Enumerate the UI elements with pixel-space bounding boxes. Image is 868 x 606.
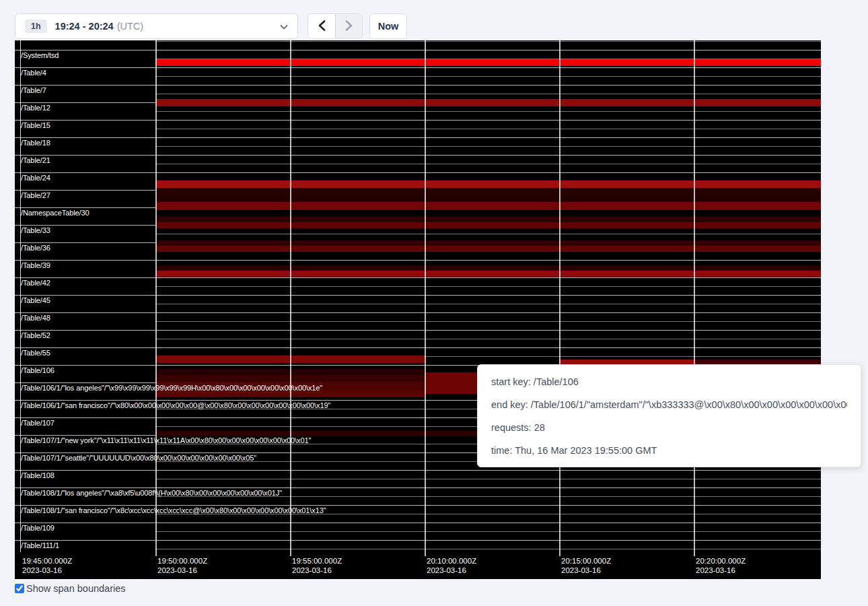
now-button[interactable]: Now (369, 13, 407, 39)
key-span-label: /NamespaceTable/30 (21, 209, 89, 217)
previous-interval-button[interactable] (308, 14, 335, 38)
span-boundary-line (15, 277, 821, 278)
key-span-label: /Table/108/1/"los angeles"/"\xa8\xf5\u00… (21, 489, 282, 497)
time-axis-tick: 20:10:00.000Z2023-03-16 (427, 556, 476, 575)
span-boundary-line (155, 164, 821, 164)
span-boundary-line (155, 304, 821, 304)
time-axis-tick: 19:45:00.000Z2023-03-16 (22, 556, 72, 575)
heat-band[interactable] (155, 222, 821, 228)
key-span-label: /Table/12 (21, 104, 50, 112)
show-span-boundaries-label: Show span boundaries (26, 583, 126, 594)
time-range-selector[interactable]: 1h 19:24 - 20:24 (UTC) (15, 13, 298, 39)
key-span-label: /Table/24 (21, 174, 50, 182)
time-gridline (155, 40, 157, 556)
heat-band[interactable] (155, 59, 821, 66)
heat-band[interactable] (155, 99, 821, 106)
span-boundary-line (155, 129, 821, 129)
time-gridline (694, 40, 695, 556)
key-span-label: /Table/106/1/"san francisco"/"\x80\x00\x… (21, 401, 330, 409)
span-boundary-line (155, 41, 821, 42)
key-span-label: /Table/4 (21, 69, 46, 77)
span-boundary-line (155, 76, 821, 77)
key-span-label: /Table/36 (21, 244, 50, 252)
span-boundary-line (15, 523, 821, 523)
show-span-boundaries-checkbox[interactable] (15, 584, 24, 593)
chevron-down-icon (280, 20, 288, 32)
key-span-label: /Table/39 (21, 261, 50, 269)
heat-band[interactable] (155, 240, 821, 246)
time-nav-group (308, 13, 363, 39)
span-boundary-line (15, 505, 821, 506)
next-interval-button[interactable] (335, 14, 362, 38)
span-boundary-line (155, 94, 821, 94)
key-visualizer-heatmap[interactable]: /System/tsd/Table/4/Table/7/Table/12/Tab… (15, 40, 821, 579)
toolbar: 1h 19:24 - 20:24 (UTC) Now (15, 13, 407, 39)
span-boundary-line (15, 312, 821, 313)
heat-band[interactable] (155, 271, 821, 277)
span-tooltip: start key: /Table/106 end key: /Table/10… (477, 364, 861, 467)
heat-band[interactable] (155, 246, 821, 252)
heat-band[interactable] (155, 195, 821, 202)
key-span-label: /Table/52 (21, 331, 50, 339)
span-boundary-line (155, 479, 821, 479)
time-gridline (425, 40, 426, 556)
time-gridline (559, 40, 560, 556)
heat-band[interactable] (155, 216, 821, 222)
key-span-label: /Table/45 (21, 296, 50, 304)
tooltip-requests: requests: 28 (491, 416, 847, 439)
heat-band[interactable] (155, 265, 821, 271)
span-boundary-line (15, 330, 821, 331)
heat-band[interactable] (155, 202, 821, 210)
span-boundary-line (15, 137, 821, 138)
span-boundary-line (155, 146, 821, 147)
span-boundary-line (155, 531, 821, 532)
span-boundary-line (155, 549, 821, 549)
chevron-left-icon (318, 20, 326, 33)
key-span-label: /Table/109 (21, 524, 55, 532)
span-boundary-line (155, 234, 821, 234)
key-span-label: /Table/15 (21, 121, 50, 129)
key-span-label: /Table/107/1/"seattle"/"UUUUUUD\x00\x80\… (21, 454, 256, 462)
key-span-label: /Table/18 (21, 139, 50, 147)
key-span-label: /Table/55 (21, 349, 50, 357)
key-span-label: /Table/108 (21, 471, 55, 479)
key-span-label: /Table/106/1/"los angeles"/"\x99\x99\x99… (21, 384, 322, 392)
span-boundary-line (15, 67, 821, 68)
span-boundary-line (155, 111, 821, 112)
span-boundary-line (15, 85, 821, 86)
span-boundary-line (15, 120, 821, 121)
span-boundary-line (15, 172, 821, 173)
key-span-label: /Table/107 (21, 419, 55, 427)
time-range-label: 19:24 - 20:24 (55, 21, 114, 32)
key-span-label: /System/tsd (21, 51, 59, 59)
time-axis-tick: 20:15:00.000Z2023-03-16 (561, 556, 611, 575)
tooltip-time: time: Thu, 16 Mar 2023 19:55:00 GMT (491, 439, 847, 462)
key-span-label: /Table/33 (21, 226, 50, 234)
span-boundary-line (155, 286, 821, 287)
span-boundary-line (15, 347, 821, 348)
span-boundary-line (15, 540, 821, 541)
time-range-timezone: (UTC) (117, 21, 143, 32)
key-span-label: /Table/21 (21, 156, 50, 164)
time-axis-tick: 19:55:00.000Z2023-03-16 (292, 556, 342, 575)
span-boundary-line (15, 295, 821, 296)
footer: Show span boundaries (15, 583, 126, 594)
key-span-label: /Table/107/1/"new york"/"\x11\x11\x11\x1… (21, 436, 311, 444)
heat-band[interactable] (155, 180, 821, 188)
span-boundary-line (15, 155, 821, 156)
span-boundary-line (15, 470, 821, 471)
time-axis-tick: 19:50:00.000Z2023-03-16 (157, 556, 207, 575)
time-gridline (290, 40, 291, 556)
key-visualizer-page: 1h 19:24 - 20:24 (UTC) Now /System/tsd/T… (0, 0, 868, 606)
time-axis-tick: 20:20:00.000Z2023-03-16 (696, 556, 746, 575)
span-boundary-line (15, 487, 821, 488)
time-range-duration-badge: 1h (25, 20, 47, 33)
span-boundary-line (15, 50, 821, 50)
heat-band[interactable] (155, 188, 821, 195)
span-boundary-line (155, 339, 821, 339)
span-boundary-line (15, 260, 821, 261)
key-span-label: /Table/42 (21, 279, 50, 287)
span-boundary-line (155, 321, 821, 322)
key-span-label: /Table/48 (21, 314, 50, 322)
key-span-label: /Table/7 (21, 86, 46, 94)
